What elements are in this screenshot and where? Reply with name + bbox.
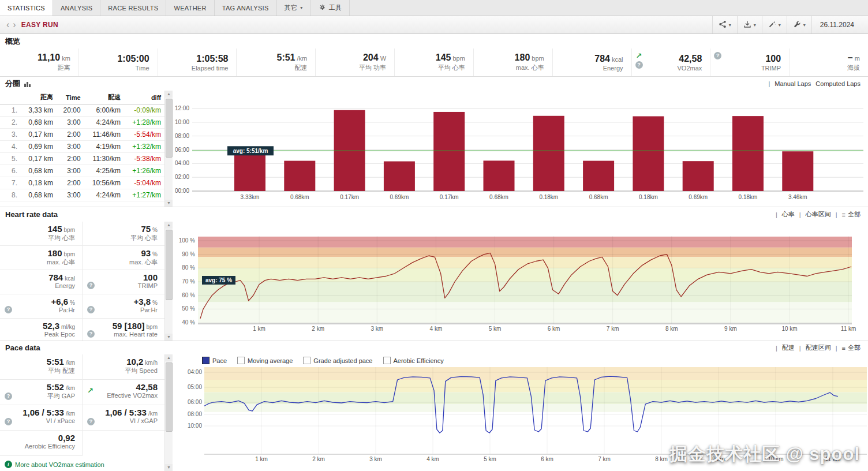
pace-header: Pace data |配速|配速区间|≡全部	[0, 341, 868, 354]
help-icon[interactable]: ?	[5, 392, 12, 400]
nav-tab-analysis[interactable]: ANALYSIS	[53, 0, 100, 16]
hr-stat-pa-hr: ?+6,6%Pa:Hr	[0, 294, 83, 319]
stat-label: 海拔	[847, 63, 860, 72]
separator: |	[836, 211, 837, 218]
svg-text:6 km: 6 km	[548, 326, 560, 332]
pace-stat-avg-pace: 5:51/km平均 配速	[0, 354, 83, 380]
help-icon[interactable]: ?	[714, 52, 721, 59]
svg-text:05:00: 05:00	[188, 384, 202, 390]
control-computed-laps[interactable]: Computed Laps	[815, 80, 860, 87]
nav-tab-weather[interactable]: WEATHER	[166, 0, 214, 16]
control-all[interactable]: ≡全部	[842, 210, 860, 219]
control-hr-zones[interactable]: 心率区间	[806, 210, 831, 219]
back-arrow[interactable]: ‹	[6, 20, 9, 29]
svg-text:8 km: 8 km	[665, 326, 678, 332]
lap-diff: +1:32/km	[124, 141, 164, 153]
table-row: 5.0,17 km2:0011:30/km-5:38/km	[0, 153, 164, 165]
help-icon[interactable]: ?	[5, 418, 12, 425]
metric-value: 180	[48, 248, 62, 258]
metric-unit: %	[152, 227, 158, 233]
metric-value: 5:52	[47, 382, 64, 392]
svg-text:0.68km: 0.68km	[290, 194, 309, 200]
help-icon[interactable]: ?	[87, 330, 95, 338]
svg-text:10 km: 10 km	[781, 326, 797, 332]
lap-number: 5.	[0, 153, 21, 165]
metric-label: 平均 Speed	[96, 367, 158, 375]
legend-checkbox[interactable]	[383, 357, 391, 364]
overview-heading: 概览	[5, 36, 20, 47]
table-row: 3.0,17 km2:0011:46/km-5:54/km	[0, 129, 164, 141]
lap-pace: 11:46/km	[84, 129, 125, 141]
legend-checkbox[interactable]	[303, 357, 310, 364]
help-icon[interactable]: ?	[87, 418, 95, 425]
stat-value: 204	[363, 53, 379, 62]
help-icon[interactable]: ?	[5, 306, 12, 313]
svg-text:6 km: 6 km	[541, 456, 553, 462]
metric-label: max. 心率	[14, 258, 75, 267]
bar-chart-icon[interactable]	[24, 81, 31, 87]
svg-text:7 km: 7 km	[598, 456, 611, 462]
metric-label: 平均 心率	[14, 234, 75, 242]
control-label: 配速	[782, 343, 795, 352]
help-icon[interactable]: ?	[87, 282, 95, 289]
svg-text:5 km: 5 km	[484, 456, 496, 462]
control-label: Manual Laps	[775, 80, 811, 87]
nav-tab-label: RACE RESULTS	[108, 5, 158, 12]
vo2max-estimation-link[interactable]: i More about VO2max estimation	[5, 461, 104, 468]
metric-unit: bpm	[64, 227, 75, 233]
hr-stat-max-hr-bpm: 180bpmmax. 心率	[0, 246, 83, 270]
hr-scrollbar[interactable]: ▲ ▼	[164, 222, 173, 341]
chevron-down-icon: ▾	[779, 23, 781, 28]
table-row: 1.3,33 km20:006:00/km-0:09/km	[0, 104, 164, 117]
lap-pace: 4:24/km	[84, 189, 125, 201]
laps-chart[interactable]: 00:0002:0004:0006:0008:0010:0012:003.33k…	[172, 91, 868, 207]
stat-unit: kcal	[612, 56, 623, 63]
control-hr[interactable]: 心率	[782, 210, 795, 219]
overview-stat-avg-hr: 145bpm平均 心率	[394, 48, 473, 76]
help-icon[interactable]: ?	[635, 61, 643, 69]
help-icon[interactable]: ?	[87, 306, 95, 313]
separator: |	[836, 345, 837, 352]
lap-number: 7.	[0, 177, 21, 189]
wand-button[interactable]: ▾	[762, 16, 787, 33]
stat-value: 100	[765, 54, 781, 63]
svg-text:02:00: 02:00	[175, 174, 189, 180]
svg-text:0.18km: 0.18km	[639, 194, 658, 200]
forward-arrow[interactable]: ›	[13, 20, 16, 29]
share-button[interactable]: ▾	[712, 16, 737, 33]
stat-label: TRIMP	[761, 65, 781, 72]
lap-pace: 11:30/km	[84, 153, 125, 165]
nav-tab-race-results[interactable]: RACE RESULTS	[100, 0, 166, 16]
nav-tab-statistics[interactable]: STATISTICS	[0, 0, 53, 16]
lap-number: 2.	[0, 117, 21, 129]
nav-tab-more[interactable]: 其它▾	[277, 0, 311, 16]
metric-value: 784	[48, 272, 63, 282]
metric-value: 5:51	[47, 357, 64, 367]
control-pace[interactable]: 配速	[782, 343, 795, 352]
control-all[interactable]: ≡全部	[842, 343, 860, 352]
hr-chart[interactable]: 40 %50 %60 %70 %80 %90 %100 %1 km2 km3 k…	[172, 222, 868, 341]
control-pace-zones[interactable]: 配速区间	[806, 343, 831, 352]
lap-number: 4.	[0, 141, 21, 153]
legend-checkbox[interactable]	[237, 357, 245, 364]
legend-label: Moving average	[248, 357, 293, 364]
hr-stat-max-heart-rate: ?59 [180]bpmmax. Heart rate	[83, 319, 164, 341]
lap-pace: 4:19/km	[84, 141, 125, 153]
overview-stat-vo2max: ↗?42,58VO2max	[631, 48, 710, 76]
nav-tab-tools[interactable]: 工具	[311, 0, 350, 16]
lap-time: 3:00	[57, 141, 84, 153]
stat-label: 距离	[38, 63, 70, 72]
control-label: Computed Laps	[815, 80, 860, 87]
pace-scrollbar[interactable]: ▲ ▼	[164, 354, 173, 471]
laps-scrollbar[interactable]: ▲ ▼	[164, 91, 173, 207]
trend-up-icon: ↗	[636, 52, 642, 59]
svg-text:0.68km: 0.68km	[489, 194, 508, 200]
download-button[interactable]: ▾	[737, 16, 762, 33]
nav-tab-tag-analysis[interactable]: TAG ANALYSIS	[215, 0, 277, 16]
control-manual-laps[interactable]: Manual Laps	[775, 80, 811, 87]
metric-label: Aerobic Efficiency	[14, 443, 75, 450]
table-row: 6.0,68 km3:004:25/km+1:26/km	[0, 165, 164, 177]
settings-button[interactable]: ▾	[787, 16, 811, 33]
metric-value: +3,8	[133, 297, 151, 306]
metric-unit: %	[70, 300, 75, 306]
